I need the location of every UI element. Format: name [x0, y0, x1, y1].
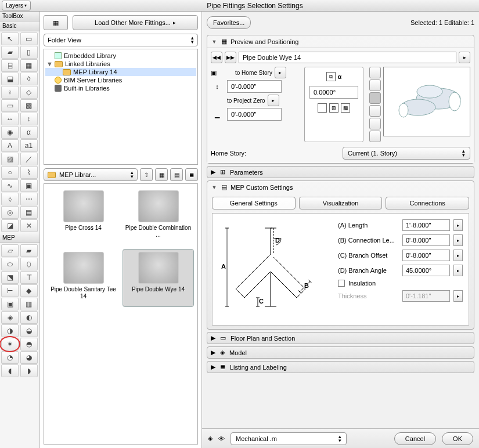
view-axon-icon[interactable]	[369, 118, 381, 129]
dim2-tool-icon[interactable]: ↕	[20, 113, 38, 125]
beam-tool-icon[interactable]: ▭	[1, 99, 19, 112]
thumb-pipe-double-sanitary-tee-14[interactable]: Pipe Double Sanitary Tee 14	[48, 249, 119, 307]
elevation-tool-icon[interactable]: ⋯	[20, 193, 38, 205]
arrow-tool-icon[interactable]: ↖	[1, 32, 19, 45]
figure-tool-icon[interactable]: ▣	[20, 179, 38, 192]
mep-p5-icon[interactable]: ◔	[1, 351, 19, 364]
mep-trans-icon[interactable]: ⬔	[1, 271, 19, 284]
next-next-button[interactable]: ▶▶	[225, 52, 236, 63]
fill-tool-icon[interactable]: ▨	[1, 153, 19, 165]
mep-bend-icon[interactable]: ⬯	[20, 258, 38, 270]
tree-bim-server-libraries[interactable]: BIM Server Libraries	[45, 76, 196, 84]
mep-p4-icon[interactable]: ◓	[20, 338, 38, 351]
home-story-select[interactable]: Current (1. Story) ▴▾	[343, 147, 470, 160]
object-tool-icon[interactable]: ⬓	[1, 73, 19, 85]
mep-term-icon[interactable]: ▣	[1, 298, 19, 310]
param-c-branch-offset-input[interactable]	[402, 250, 450, 261]
param-d-branch-angle-input[interactable]	[402, 265, 450, 276]
view-small-icon[interactable]: ▤	[170, 168, 183, 181]
insulation-checkbox[interactable]	[338, 280, 345, 287]
project-zero-z-input[interactable]	[227, 108, 282, 121]
mep-equip-icon[interactable]: ◈	[1, 311, 19, 324]
mep-p8-icon[interactable]: ◗	[20, 364, 38, 377]
mirror-icon[interactable]: ⧉	[326, 72, 336, 81]
thumb-pipe-double-wye-14[interactable]: Pipe Double Wye 14	[123, 249, 194, 307]
load-more-fittings-button[interactable]: Load Other More Fittings...	[73, 15, 198, 30]
view-side-icon[interactable]	[369, 105, 381, 117]
thumb-pipe-double-combination[interactable]: Pipe Double Combination ...	[123, 187, 194, 245]
favorites-button[interactable]: Favorites...	[207, 16, 251, 29]
disclosure-icon[interactable]: ▼	[211, 185, 218, 190]
tab-connections[interactable]: Connections	[386, 197, 469, 209]
wall-tool-icon[interactable]: ▰	[1, 46, 19, 59]
ok-button[interactable]: OK	[442, 432, 473, 445]
mep-pipe-fitting-icon[interactable]: ✶	[1, 338, 19, 351]
tree-embedded-library[interactable]: Embedded Library	[45, 52, 196, 60]
spline-tool-icon[interactable]: ∿	[1, 179, 19, 192]
view-large-icon[interactable]: ▦	[155, 168, 168, 181]
model-panel[interactable]: ▶ ◈ Model	[207, 346, 474, 359]
worksheet-tool-icon[interactable]: ▤	[20, 206, 38, 219]
view-3d-icon[interactable]	[369, 92, 381, 104]
folder-view-dropdown[interactable]: Folder View ▴▾	[44, 34, 198, 46]
library-tree[interactable]: Embedded Library ▼ Linked Libraries MEP …	[44, 49, 198, 165]
slab-tool-icon[interactable]: ◊	[20, 73, 38, 85]
door-tool-icon[interactable]: ⌸	[1, 59, 19, 72]
label-tool-icon[interactable]: a1	[20, 139, 38, 152]
cancel-button[interactable]: Cancel	[394, 432, 436, 445]
column-tool-icon[interactable]: ▯	[20, 46, 38, 59]
dim-tool-icon[interactable]: ↔	[1, 113, 19, 125]
mep-tee-icon[interactable]: ⊤	[20, 271, 38, 284]
view-front-icon[interactable]	[369, 80, 381, 91]
up-folder-button[interactable]: ⇧	[140, 168, 153, 181]
eye-icon[interactable]: 👁	[218, 435, 225, 442]
param-c-flyout[interactable]: ▸	[453, 250, 463, 261]
item-menu-button[interactable]: ▸	[459, 52, 470, 63]
mep-duct-icon[interactable]: ▱	[1, 244, 19, 257]
mep-p2-icon[interactable]: ◑	[1, 324, 19, 337]
lamp-tool-icon[interactable]: ♀	[1, 86, 19, 99]
disclosure-icon[interactable]: ▼	[211, 39, 218, 45]
mep-p3-icon[interactable]: ◒	[20, 324, 38, 337]
circle-tool-icon[interactable]: ○	[1, 166, 19, 179]
mep-inline-icon[interactable]: ▥	[20, 298, 38, 310]
param-a-length-input[interactable]	[402, 219, 450, 231]
mesh-tool-icon[interactable]: ▩	[20, 99, 38, 112]
layer-select[interactable]: Mechanical .m ▴▾	[231, 432, 347, 445]
section-tool-icon[interactable]: ⎀	[1, 193, 19, 205]
view-list-icon[interactable]: ≣	[185, 168, 198, 181]
library-browser-icon[interactable]: ▦	[44, 15, 68, 30]
mep-p7-icon[interactable]: ◖	[1, 364, 19, 377]
hotspot-tool-icon[interactable]: ✕	[20, 219, 38, 232]
to-project-zero-flyout[interactable]: ▸	[268, 95, 279, 106]
rotation-angle-input[interactable]	[309, 86, 358, 99]
mep-more1-icon[interactable]: ◆	[20, 284, 38, 297]
home-story-z-input[interactable]	[227, 80, 282, 93]
prev-prev-button[interactable]: ◀◀	[211, 52, 222, 63]
to-home-story-flyout[interactable]: ▸	[275, 67, 286, 78]
tree-linked-libraries[interactable]: ▼ Linked Libraries	[45, 60, 196, 68]
tab-visualization[interactable]: Visualization	[299, 197, 383, 209]
marquee-tool-icon[interactable]: ▭	[20, 32, 38, 45]
parameters-panel[interactable]: ▶ ⊞ Parameters	[207, 166, 474, 178]
tree-mep-library-14[interactable]: MEP Library 14	[45, 68, 196, 76]
text-tool-icon[interactable]: A	[1, 139, 19, 152]
thumb-pipe-cross-14[interactable]: Pipe Cross 14	[48, 187, 119, 245]
window-tool-icon[interactable]: ▦	[20, 59, 38, 72]
mep-p1-icon[interactable]: ◐	[20, 311, 38, 324]
param-d-flyout[interactable]: ▸	[453, 265, 463, 276]
item-name-field[interactable]: Pipe Double Wye 14	[239, 52, 456, 63]
view-list-icon[interactable]	[369, 131, 381, 142]
view-plan-icon[interactable]	[369, 67, 381, 78]
mep-takeoff-icon[interactable]: ⊢	[1, 284, 19, 297]
sym1-icon[interactable]	[318, 103, 327, 113]
layers-dropdown[interactable]: Layers	[2, 1, 31, 10]
tab-general-settings[interactable]: General Settings	[212, 197, 296, 209]
angle-tool-icon[interactable]: α	[20, 126, 38, 139]
param-b-connection-length-input[interactable]	[402, 234, 450, 246]
mep-p6-icon[interactable]: ◕	[20, 351, 38, 364]
mep-pipe-icon[interactable]: ⬭	[1, 258, 19, 270]
roof-tool-icon[interactable]: ◇	[20, 86, 38, 99]
tree-builtin-libraries[interactable]: Built-in Libraries	[45, 84, 196, 92]
sym3-icon[interactable]: ▩	[341, 103, 350, 113]
